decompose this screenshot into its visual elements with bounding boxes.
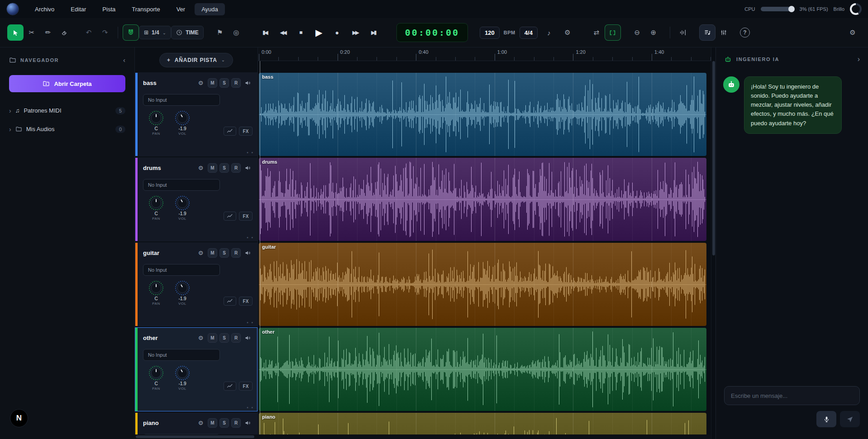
track-speaker-icon[interactable]	[243, 333, 253, 343]
track-speaker-icon[interactable]	[243, 78, 253, 88]
collapse-panel-icon[interactable]: ‹	[123, 56, 125, 64]
undo-button[interactable]: ↶	[81, 24, 97, 41]
pan-knob[interactable]: C PAN	[143, 110, 169, 136]
add-track-button[interactable]: + AÑADIR PISTA ⌄	[159, 53, 233, 67]
menu-transporte[interactable]: Transporte	[125, 3, 167, 15]
audio-clip[interactable]: drums	[259, 158, 706, 241]
track-record-arm-button[interactable]: R	[231, 248, 241, 258]
track-solo-button[interactable]: S	[219, 78, 229, 88]
track-mute-button[interactable]: M	[208, 163, 217, 173]
skip-to-end-button[interactable]: ▶▮	[365, 24, 382, 41]
pan-knob[interactable]: C PAN	[143, 195, 169, 221]
brightness-dial[interactable]	[850, 3, 862, 15]
automation-button[interactable]	[224, 127, 236, 136]
stop-button[interactable]: ■	[292, 24, 310, 41]
menu-pista[interactable]: Pista	[95, 3, 122, 15]
menu-editar[interactable]: Editar	[64, 3, 93, 15]
time-ruler[interactable]: 0:000:200:401:001:201:40	[258, 47, 711, 61]
vertical-scrollbar-thumb[interactable]	[712, 61, 715, 255]
track-input-selector[interactable]: No Input	[143, 349, 220, 361]
time-mode-dropdown[interactable]: TIME	[171, 26, 204, 39]
arrange-view-button[interactable]	[699, 24, 715, 41]
send-message-button[interactable]	[840, 411, 860, 427]
volume-knob[interactable]: -1.9 VOL	[169, 365, 196, 391]
voice-input-button[interactable]	[816, 411, 836, 427]
metronome-button[interactable]: ◎	[228, 24, 244, 41]
brand-logo[interactable]: N	[10, 409, 28, 427]
draw-tool-button[interactable]: ✏	[40, 24, 56, 41]
tempo-input[interactable]: 120	[480, 27, 500, 39]
menu-ayuda[interactable]: Ayuda	[195, 3, 225, 15]
track-input-selector[interactable]: No Input	[143, 179, 220, 191]
automation-button[interactable]	[224, 212, 236, 221]
automation-button[interactable]	[224, 382, 236, 391]
metronome-note-button[interactable]: ♪	[542, 24, 556, 41]
track-mute-button[interactable]: M	[208, 418, 217, 428]
track-row[interactable]: other ⚙ M S R No Input C PAN	[135, 327, 258, 411]
track-settings-icon[interactable]: ⚙	[196, 418, 205, 428]
track-resize-handle[interactable]: • •	[247, 150, 254, 155]
menu-ver[interactable]: Ver	[170, 3, 192, 15]
zoom-in-button[interactable]: ⊕	[645, 24, 662, 41]
tempo-settings-button[interactable]: ⚙	[560, 24, 575, 41]
track-mute-button[interactable]: M	[208, 78, 217, 88]
pan-knob[interactable]: C PAN	[143, 280, 169, 306]
skip-to-start-button[interactable]: ▮◀	[256, 24, 273, 41]
cpu-slider-thumb[interactable]	[788, 6, 795, 12]
fx-button[interactable]: FX	[239, 297, 253, 306]
audio-clip[interactable]: guitar	[259, 243, 706, 326]
track-settings-icon[interactable]: ⚙	[196, 333, 205, 343]
track-record-arm-button[interactable]: R	[231, 418, 241, 428]
play-button[interactable]: ▶	[310, 24, 328, 41]
track-mute-button[interactable]: M	[208, 248, 217, 258]
track-row[interactable]: drums ⚙ M S R No Input C PAN	[135, 157, 258, 241]
snap-toggle-button[interactable]	[123, 24, 139, 41]
volume-knob[interactable]: -1.9 VOL	[169, 280, 196, 306]
track-row[interactable]: bass ⚙ M S R No Input C PAN	[135, 72, 258, 156]
horizontal-scrollbar[interactable]	[134, 434, 711, 439]
track-resize-handle[interactable]: • •	[247, 235, 254, 240]
fx-button[interactable]: FX	[239, 212, 253, 221]
redo-button[interactable]: ↷	[97, 24, 113, 41]
repeat-toggle-button[interactable]: ⇄	[588, 24, 605, 41]
track-settings-icon[interactable]: ⚙	[196, 78, 205, 88]
select-tool-button[interactable]	[7, 24, 24, 41]
marker-flag-button[interactable]: ⚑	[212, 24, 228, 41]
audio-clip[interactable]: bass	[259, 73, 706, 156]
playhead[interactable]	[260, 61, 260, 439]
fx-button[interactable]: FX	[239, 382, 253, 391]
automation-button[interactable]	[224, 297, 236, 306]
settings-button[interactable]: ⚙	[844, 24, 861, 41]
sidebar-item-my-audios[interactable]: › Mis Audios 0	[0, 120, 134, 138]
fast-forward-button[interactable]: ▶▶	[347, 24, 364, 41]
track-speaker-icon[interactable]	[243, 248, 253, 258]
track-record-arm-button[interactable]: R	[231, 78, 241, 88]
record-button[interactable]: ●	[329, 24, 346, 41]
track-input-selector[interactable]: No Input	[143, 94, 220, 106]
volume-knob[interactable]: -1.9 VOL	[169, 195, 196, 221]
rewind-button[interactable]: ◀◀	[274, 24, 291, 41]
track-solo-button[interactable]: S	[219, 418, 229, 428]
track-input-selector[interactable]: No Input	[143, 264, 220, 276]
track-solo-button[interactable]: S	[219, 333, 229, 343]
meter-view-button[interactable]	[675, 24, 691, 41]
audio-clip[interactable]: other	[259, 328, 706, 411]
collapse-panel-icon[interactable]: ›	[858, 55, 860, 63]
menu-archivo[interactable]: Archivo	[28, 3, 61, 15]
vertical-scrollbar[interactable]	[711, 47, 715, 439]
pan-knob[interactable]: C PAN	[143, 365, 169, 391]
volume-knob[interactable]: -1.9 VOL	[169, 110, 196, 136]
horizontal-scrollbar-thumb[interactable]	[136, 435, 254, 438]
sidebar-item-midi-patterns[interactable]: › ♫ Patrones MIDI 5	[0, 101, 134, 120]
track-row[interactable]: guitar ⚙ M S R No Input C PAN	[135, 242, 258, 326]
zoom-out-button[interactable]: ⊖	[629, 24, 645, 41]
time-signature-input[interactable]: 4/4	[520, 27, 538, 39]
loop-region-button[interactable]	[605, 24, 621, 41]
cpu-slider[interactable]	[761, 7, 794, 11]
track-speaker-icon[interactable]	[243, 418, 253, 428]
track-settings-icon[interactable]: ⚙	[196, 163, 205, 173]
erase-tool-button[interactable]	[56, 24, 72, 41]
track-settings-icon[interactable]: ⚙	[196, 248, 205, 258]
mixer-view-button[interactable]	[715, 24, 732, 41]
track-record-arm-button[interactable]: R	[231, 163, 241, 173]
